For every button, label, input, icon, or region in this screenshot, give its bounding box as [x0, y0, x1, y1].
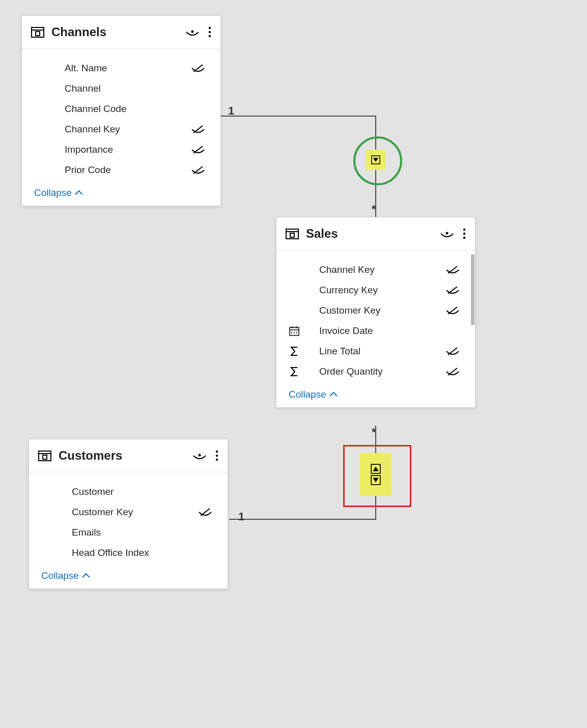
collapse-button[interactable]: Collapse — [276, 384, 475, 407]
field-row[interactable]: Head Office Index — [29, 543, 228, 563]
hidden-icon[interactable] — [442, 265, 463, 275]
hidden-icon[interactable] — [195, 507, 215, 517]
sigma-icon — [289, 366, 319, 377]
field-row[interactable]: Alt. Name — [22, 58, 220, 78]
field-row[interactable]: Channel Code — [22, 99, 220, 119]
svg-point-22 — [463, 233, 465, 235]
svg-rect-19 — [290, 233, 294, 237]
svg-point-9 — [191, 31, 194, 33]
table-card-channels[interactable]: Channels Alt. NameChannelChannel CodeCha… — [21, 15, 221, 206]
table-header: Channels — [22, 16, 220, 49]
field-list: Channel KeyCurrency KeyCustomer KeyInvoi… — [276, 250, 475, 384]
visibility-toggle-icon[interactable] — [440, 229, 454, 239]
chevron-up-icon — [82, 573, 90, 578]
relationship-marker-channels-sales[interactable] — [366, 150, 385, 170]
svg-point-41 — [216, 455, 218, 457]
collapse-button[interactable]: Collapse — [29, 565, 228, 589]
table-title: Channels — [51, 25, 186, 39]
svg-point-40 — [216, 451, 218, 453]
svg-rect-8 — [36, 32, 40, 36]
svg-point-42 — [216, 459, 218, 461]
hidden-icon[interactable] — [188, 145, 208, 155]
svg-rect-38 — [43, 455, 47, 459]
field-name: Head Office Index — [72, 547, 195, 558]
field-list: CustomerCustomer KeyEmailsHead Office In… — [29, 472, 228, 565]
field-name: Channel Code — [65, 103, 188, 115]
chevron-up-icon — [75, 190, 83, 195]
collapse-label: Collapse — [289, 389, 326, 400]
field-name: Invoice Date — [319, 325, 442, 337]
field-row[interactable]: Channel — [22, 78, 220, 99]
hidden-icon[interactable] — [442, 305, 463, 316]
field-name: Line Total — [319, 346, 442, 357]
filter-direction-down-icon — [371, 475, 381, 485]
cardinality-sales-many-top: * — [372, 203, 376, 216]
svg-point-20 — [446, 232, 449, 235]
hidden-icon[interactable] — [442, 367, 463, 377]
field-row[interactable]: Emails — [29, 522, 228, 543]
visibility-toggle-icon[interactable] — [193, 451, 206, 461]
scrollbar[interactable] — [471, 254, 474, 325]
field-row[interactable]: Invoice Date — [276, 321, 475, 341]
svg-point-23 — [463, 237, 465, 239]
field-row[interactable]: Customer Key — [29, 502, 228, 522]
calendar-icon — [289, 325, 319, 337]
field-row[interactable]: Line Total — [276, 341, 475, 361]
table-icon — [38, 449, 51, 462]
field-row[interactable]: Customer Key — [276, 300, 475, 321]
field-list: Alt. NameChannelChannel CodeChannel KeyI… — [22, 49, 220, 182]
model-canvas[interactable]: 1 * * 1 Channels — [0, 0, 587, 728]
cardinality-customers-one: 1 — [238, 510, 244, 523]
table-header: Customers — [29, 439, 228, 472]
field-name: Prior Code — [65, 164, 188, 176]
more-options-icon[interactable] — [463, 228, 466, 239]
collapse-label: Collapse — [34, 187, 72, 199]
svg-point-12 — [209, 35, 211, 37]
cardinality-sales-many-bottom: * — [372, 426, 376, 439]
hidden-icon[interactable] — [442, 285, 463, 295]
table-title: Sales — [306, 227, 440, 241]
field-row[interactable]: Importance — [22, 139, 220, 160]
visibility-toggle-icon[interactable] — [186, 27, 199, 37]
collapse-label: Collapse — [41, 570, 79, 581]
hidden-icon[interactable] — [188, 124, 208, 134]
svg-point-21 — [463, 229, 465, 231]
svg-marker-1 — [373, 158, 378, 162]
svg-marker-3 — [373, 467, 378, 471]
field-name: Channel Key — [319, 264, 442, 275]
field-name: Order Quantity — [319, 366, 442, 377]
field-row[interactable]: Customer — [29, 482, 228, 502]
table-card-sales[interactable]: Sales Channel KeyCurrency KeyCustomer Ke… — [276, 217, 476, 408]
field-name: Currency Key — [319, 285, 442, 296]
table-icon — [31, 25, 44, 39]
svg-point-10 — [209, 27, 211, 29]
more-options-icon[interactable] — [215, 450, 218, 461]
table-title: Customers — [59, 449, 193, 463]
field-row[interactable]: Channel Key — [276, 260, 475, 280]
sigma-icon — [289, 346, 319, 357]
hidden-icon[interactable] — [188, 63, 208, 73]
svg-marker-5 — [373, 478, 378, 483]
table-icon — [286, 227, 299, 240]
field-name: Emails — [72, 527, 195, 538]
hidden-icon[interactable] — [442, 346, 463, 356]
field-row[interactable]: Channel Key — [22, 119, 220, 139]
field-row[interactable]: Currency Key — [276, 280, 475, 300]
field-row[interactable]: Order Quantity — [276, 361, 475, 382]
field-name: Alt. Name — [65, 63, 188, 74]
table-card-customers[interactable]: Customers CustomerCustomer KeyEmailsHead… — [29, 439, 228, 589]
chevron-up-icon — [329, 392, 338, 397]
field-name: Customer Key — [319, 305, 442, 316]
more-options-icon[interactable] — [208, 26, 211, 38]
relationship-marker-customers-sales[interactable] — [360, 453, 392, 496]
field-name: Customer Key — [72, 507, 195, 518]
filter-direction-up-icon — [371, 464, 381, 474]
field-name: Channel Key — [65, 124, 188, 135]
field-row[interactable]: Prior Code — [22, 160, 220, 180]
field-name: Importance — [65, 144, 188, 155]
field-name: Channel — [65, 83, 188, 94]
table-header: Sales — [276, 217, 475, 250]
cardinality-channels-one: 1 — [228, 104, 234, 118]
hidden-icon[interactable] — [188, 165, 208, 175]
collapse-button[interactable]: Collapse — [22, 182, 220, 206]
